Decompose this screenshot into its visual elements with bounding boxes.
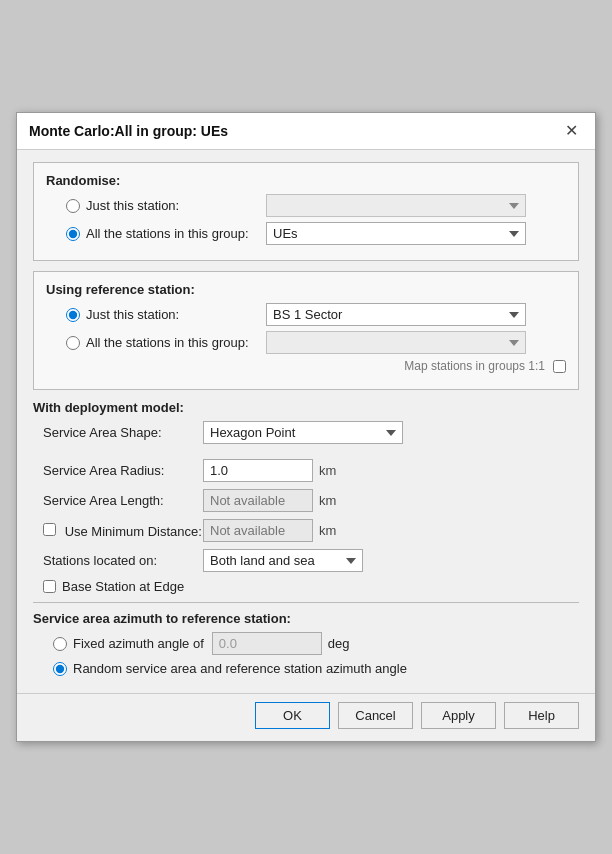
service-area-shape-row: Service Area Shape: Hexagon Point Circle… xyxy=(43,421,579,444)
ref-just-this-dropdown[interactable]: BS 1 Sector xyxy=(266,303,526,326)
dialog-body: Randomise: Just this station: All the st… xyxy=(17,150,595,693)
deployment-label: With deployment model: xyxy=(33,400,579,415)
service-area-shape-dropdown[interactable]: Hexagon Point Circle Rectangle xyxy=(203,421,403,444)
randomise-just-this-row: Just this station: xyxy=(46,194,566,217)
min-distance-km-label: km xyxy=(319,523,336,538)
randomise-just-this-label: Just this station: xyxy=(66,198,266,213)
apply-button[interactable]: Apply xyxy=(421,702,496,729)
cancel-button[interactable]: Cancel xyxy=(338,702,413,729)
min-distance-label: Use Minimum Distance: xyxy=(43,523,203,539)
azimuth-deg-label: deg xyxy=(328,636,350,651)
radius-km-label: km xyxy=(319,463,336,478)
service-area-length-row: Service Area Length: km xyxy=(43,489,579,512)
footer-buttons: OK Cancel Apply Help xyxy=(17,693,595,741)
azimuth-random-label: Random service area and reference statio… xyxy=(73,661,407,676)
service-area-radius-label: Service Area Radius: xyxy=(43,463,203,478)
map-stations-row: Map stations in groups 1:1 xyxy=(46,359,566,373)
title-bar: Monte Carlo:All in group: UEs ✕ xyxy=(17,113,595,150)
close-button[interactable]: ✕ xyxy=(560,121,583,141)
service-area-length-input[interactable] xyxy=(203,489,313,512)
base-station-edge-checkbox[interactable] xyxy=(43,580,56,593)
service-area-length-label: Service Area Length: xyxy=(43,493,203,508)
azimuth-fixed-radio[interactable] xyxy=(53,637,67,651)
min-distance-row: Use Minimum Distance: km xyxy=(43,519,579,542)
base-station-edge-label: Base Station at Edge xyxy=(62,579,184,594)
randomise-all-stations-label: All the stations in this group: xyxy=(66,226,266,241)
azimuth-section: Service area azimuth to reference statio… xyxy=(33,611,579,676)
randomise-label: Randomise: xyxy=(46,173,566,188)
stations-located-dropdown[interactable]: Both land and sea Land only Sea only xyxy=(203,549,363,572)
ref-all-stations-dropdown[interactable] xyxy=(266,331,526,354)
base-station-edge-row: Base Station at Edge xyxy=(43,579,579,594)
stations-located-label: Stations located on: xyxy=(43,553,203,568)
azimuth-label: Service area azimuth to reference statio… xyxy=(33,611,579,626)
deployment-section: With deployment model: Service Area Shap… xyxy=(33,400,579,594)
map-stations-label: Map stations in groups 1:1 xyxy=(404,359,545,373)
service-area-shape-label: Service Area Shape: xyxy=(43,425,203,440)
ref-all-stations-label: All the stations in this group: xyxy=(66,335,266,350)
reference-station-section: Using reference station: Just this stati… xyxy=(33,271,579,390)
use-min-distance-checkbox[interactable] xyxy=(43,523,56,536)
length-km-label: km xyxy=(319,493,336,508)
reference-station-label: Using reference station: xyxy=(46,282,566,297)
randomise-just-this-radio[interactable] xyxy=(66,199,80,213)
service-area-radius-input[interactable] xyxy=(203,459,313,482)
randomise-all-stations-radio[interactable] xyxy=(66,227,80,241)
ok-button[interactable]: OK xyxy=(255,702,330,729)
ref-all-stations-radio[interactable] xyxy=(66,336,80,350)
help-button[interactable]: Help xyxy=(504,702,579,729)
randomise-just-this-dropdown[interactable] xyxy=(266,194,526,217)
ref-just-this-row: Just this station: BS 1 Sector xyxy=(46,303,566,326)
min-distance-input[interactable] xyxy=(203,519,313,542)
service-area-radius-row: Service Area Radius: km xyxy=(43,459,579,482)
randomise-all-stations-dropdown[interactable]: UEs xyxy=(266,222,526,245)
ref-just-this-radio[interactable] xyxy=(66,308,80,322)
main-dialog: Monte Carlo:All in group: UEs ✕ Randomis… xyxy=(16,112,596,742)
ref-all-stations-row: All the stations in this group: xyxy=(46,331,566,354)
azimuth-fixed-row: Fixed azimuth angle of deg xyxy=(33,632,579,655)
stations-located-row: Stations located on: Both land and sea L… xyxy=(43,549,579,572)
randomise-all-stations-row: All the stations in this group: UEs xyxy=(46,222,566,245)
azimuth-fixed-label: Fixed azimuth angle of xyxy=(73,636,204,651)
dialog-title: Monte Carlo:All in group: UEs xyxy=(29,123,228,139)
azimuth-fixed-input[interactable] xyxy=(212,632,322,655)
map-stations-checkbox[interactable] xyxy=(553,360,566,373)
azimuth-random-row: Random service area and reference statio… xyxy=(33,661,579,676)
ref-just-this-label: Just this station: xyxy=(66,307,266,322)
azimuth-random-radio[interactable] xyxy=(53,662,67,676)
randomise-section: Randomise: Just this station: All the st… xyxy=(33,162,579,261)
